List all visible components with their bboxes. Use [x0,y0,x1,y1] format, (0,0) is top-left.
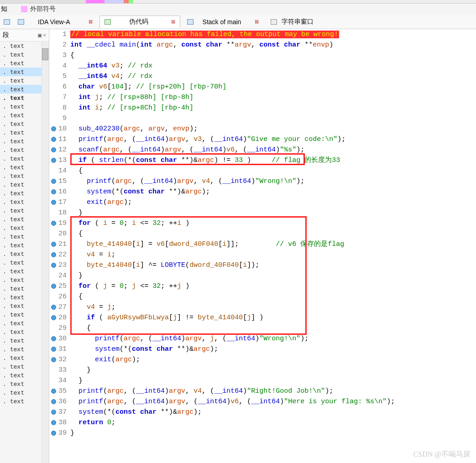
breakpoint-icon[interactable] [51,137,56,142]
breakpoint-icon[interactable] [51,200,56,205]
tab-minimal-icon[interactable] [2,19,12,25]
breakpoint-icon[interactable] [51,431,56,436]
tab-pseudocode[interactable]: 伪代码 ⊠ [99,16,180,28]
code-content[interactable]: int i; // [rsp+8Ch] [rbp-4h] [69,103,476,113]
breakpoint-icon[interactable] [51,147,56,152]
code-line[interactable]: 1// local variable allocation has failed… [49,29,476,40]
breakpoint-icon[interactable] [51,305,56,310]
code-content[interactable]: } [69,271,476,281]
code-content[interactable]: system(*(const char **)&argc); [69,407,476,417]
breakpoint-icon[interactable] [51,315,56,320]
code-content[interactable]: // local variable allocation has failed,… [69,29,476,40]
code-content[interactable]: byte_414040[i] ^= LOBYTE(dword_40F040[i]… [69,260,476,271]
code-content[interactable]: v4 = i; [69,250,476,260]
code-content[interactable]: printf(argc, (__int64)argv, v4, (__int64… [69,176,476,187]
code-content[interactable]: { [69,166,476,176]
breakpoint-icon[interactable] [51,399,56,404]
sidebar-toggle-icon[interactable]: ▣ × [37,32,46,38]
code-content[interactable]: sub_402230(argc, argv, envp); [69,124,476,134]
code-content[interactable]: { [69,323,476,333]
code-content[interactable]: int __cdecl main(int argc, const char **… [69,40,476,50]
breakpoint-icon[interactable] [51,420,56,425]
breakpoint-icon[interactable] [51,242,56,247]
code-line[interactable]: 5 __int64 v4; // rdx [49,71,476,82]
code-content[interactable]: v4 = j; [69,302,476,312]
code-content[interactable]: printf(argc, (__int64)argv, j, (__int64)… [69,333,476,344]
breakpoint-icon[interactable] [51,189,56,194]
code-content[interactable]: printf(argc, (__int64)argv, v3, (__int64… [69,134,476,145]
code-content[interactable]: for ( i = 0; i <= 32; ++i ) [69,218,476,229]
code-line[interactable]: 30 printf(argc, (__int64)argv, j, (__int… [49,333,476,344]
breakpoint-icon[interactable] [51,336,56,341]
code-line[interactable]: 24 } [49,271,476,281]
code-line[interactable]: 14 { [49,166,476,176]
code-line[interactable]: 31 system(*(const char **)&argc); [49,344,476,354]
code-line[interactable]: 18 } [49,208,476,218]
code-content[interactable]: { [69,291,476,302]
code-line[interactable]: 8 int i; // [rsp+8Ch] [rbp-4h] [49,103,476,113]
code-line[interactable]: 38 return 0; [49,417,476,428]
code-content[interactable]: __int64 v4; // rdx [69,71,476,82]
code-content[interactable]: printf(argc, (__int64)argv, (__int64)v6,… [69,396,476,407]
code-line[interactable]: 13 if ( strlen(*(const char **)&argc) !=… [49,155,476,166]
breakpoint-icon[interactable] [51,284,56,289]
code-line[interactable]: 12 scanf(argc, (__int64)argv, (__int64)v… [49,145,476,155]
code-line[interactable]: 39} [49,428,476,438]
scrollbar-thumb[interactable] [42,48,48,60]
code-content[interactable]: for ( j = 0; j <= 32; ++j ) [69,281,476,291]
code-content[interactable]: __int64 v3; // rdx [69,61,476,71]
code-content[interactable]: { [69,50,476,61]
code-content[interactable]: byte_414040[i] = v6[dword_40F040[i]]; //… [69,239,476,250]
code-line[interactable]: 2int __cdecl main(int argc, const char *… [49,40,476,50]
code-line[interactable]: 37 system(*(const char **)&argc); [49,407,476,417]
breakpoint-icon[interactable] [51,389,56,394]
code-line[interactable]: 36 printf(argc, (__int64)argv, (__int64)… [49,396,476,407]
code-line[interactable]: 34 } [49,375,476,386]
code-content[interactable] [69,113,476,124]
code-content[interactable]: exit(argc); [69,197,476,208]
code-line[interactable]: 4 __int64 v3; // rdx [49,61,476,71]
code-content[interactable]: if ( strlen(*(const char **)&argc) != 33… [69,155,476,166]
code-content[interactable]: return 0; [69,417,476,428]
breakpoint-icon[interactable] [51,263,56,268]
code-content[interactable]: { [69,229,476,239]
sidebar-scrollbar[interactable] [42,42,49,463]
tab-strings[interactable]: 字符串窗口 [266,16,323,28]
code-line[interactable]: 32 exit(argc); [49,354,476,365]
code-content[interactable]: } [69,428,476,438]
code-line[interactable]: 3{ [49,50,476,61]
code-line[interactable]: 10 sub_402230(argc, argv, envp); [49,124,476,134]
breakpoint-icon[interactable] [51,252,56,257]
code-content[interactable]: exit(argc); [69,354,476,365]
breakpoint-icon[interactable] [51,410,56,415]
code-content[interactable]: char v6[104]; // [rsp+20h] [rbp-70h] [69,82,476,92]
code-content[interactable]: } [69,208,476,218]
breakpoint-icon[interactable] [51,221,56,226]
code-line[interactable]: 19 for ( i = 0; i <= 32; ++i ) [49,218,476,229]
code-line[interactable]: 28 if ( aGyURsywBFbLwya[j] != byte_41404… [49,312,476,323]
code-view[interactable]: 1// local variable allocation has failed… [49,29,476,463]
code-line[interactable]: 26 { [49,291,476,302]
breakpoint-icon[interactable] [51,347,56,352]
breakpoint-icon[interactable] [51,126,56,131]
code-line[interactable]: 23 byte_414040[i] ^= LOBYTE(dword_40F040… [49,260,476,271]
code-line[interactable]: 7 int j; // [rsp+88h] [rbp-8h] [49,92,476,103]
close-icon[interactable]: ⊠ [89,19,93,25]
code-content[interactable]: system(*(const char **)&argc); [69,187,476,197]
code-content[interactable]: int j; // [rsp+88h] [rbp-8h] [69,92,476,103]
code-content[interactable]: } [69,375,476,386]
tab-ida-view[interactable]: IDA View-A ⊠ [13,16,98,28]
code-line[interactable]: 17 exit(argc); [49,197,476,208]
code-content[interactable]: printf(argc, (__int64)argv, v4, (__int64… [69,386,476,396]
breakpoint-icon[interactable] [51,357,56,362]
code-line[interactable]: 33 } [49,365,476,375]
code-line[interactable]: 35 printf(argc, (__int64)argv, v4, (__in… [49,386,476,396]
code-line[interactable]: 15 printf(argc, (__int64)argv, v4, (__in… [49,176,476,187]
code-line[interactable]: 20 { [49,229,476,239]
code-content[interactable]: scanf(argc, (__int64)argv, (__int64)v6, … [69,145,476,155]
code-line[interactable]: 11 printf(argc, (__int64)argv, v3, (__in… [49,134,476,145]
code-line[interactable]: 22 v4 = i; [49,250,476,260]
code-line[interactable]: 27 v4 = j; [49,302,476,312]
code-line[interactable]: 29 { [49,323,476,333]
breakpoint-icon[interactable] [51,158,56,163]
